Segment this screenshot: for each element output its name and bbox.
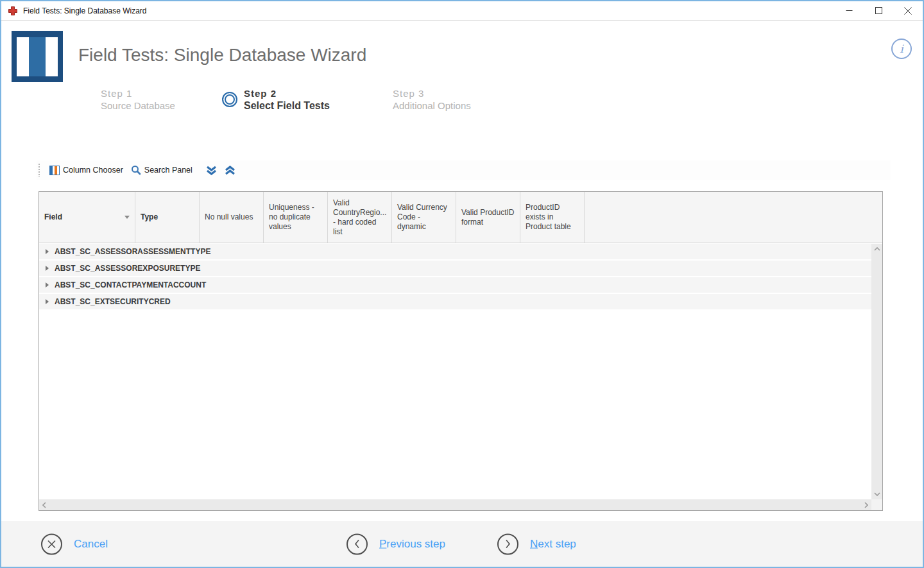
step-label: Select Field Tests <box>244 99 330 112</box>
info-icon-glyph: i <box>900 42 903 55</box>
toolbar-grip-handle[interactable] <box>38 163 40 177</box>
column-header-6[interactable]: Valid ProductID format <box>456 192 520 243</box>
row-label: ABST_SC_ASSESSORASSESSMENTTYPE <box>55 247 210 256</box>
vertical-scrollbar[interactable] <box>871 244 882 499</box>
sort-descending-icon <box>124 216 130 219</box>
search-panel-label: Search Panel <box>144 166 193 175</box>
wizard-footer: Cancel Previous step Next step <box>1 521 923 567</box>
column-header-label: Type <box>141 212 158 222</box>
step-number: Step 3 <box>393 87 471 99</box>
logo-bar <box>29 37 46 76</box>
scroll-down-icon[interactable] <box>874 492 880 496</box>
expand-row-icon[interactable] <box>46 282 49 288</box>
scroll-up-icon[interactable] <box>874 247 880 251</box>
scrollbar-corner <box>871 499 882 510</box>
logo-bar <box>46 37 58 76</box>
table-row[interactable]: ABST_SC_ASSESSORASSESSMENTTYPE <box>39 244 871 259</box>
grid-body: ABST_SC_ASSESSORASSESSMENTTYPEABST_SC_AS… <box>39 244 871 499</box>
step-label: Additional Options <box>393 99 471 112</box>
column-header-1[interactable]: Type <box>135 192 200 243</box>
column-header-label: Valid ProductID format <box>461 208 515 227</box>
column-header-label: Field <box>44 212 62 222</box>
maximize-button[interactable] <box>864 1 893 20</box>
page-title: Field Tests: Single Database Wizard <box>78 45 366 65</box>
title-bar: Field Tests: Single Database Wizard <box>1 1 923 21</box>
expand-row-icon[interactable] <box>46 266 49 271</box>
close-button[interactable] <box>893 1 923 20</box>
next-step-button[interactable]: Next step <box>497 533 576 555</box>
row-label: ABST_SC_EXTSECURITYCRED <box>55 297 171 306</box>
previous-step-label: Previous step <box>379 538 445 551</box>
table-row[interactable]: ABST_SC_CONTACTPAYMENTACCOUNT <box>39 277 871 293</box>
search-panel-button[interactable]: Search Panel <box>127 163 196 177</box>
step-number: Step 2 <box>244 87 330 99</box>
column-header-label: Valid CountryRegio... - hard coded list <box>333 198 386 237</box>
step-1-source-database[interactable]: Step 1 Source Database <box>101 87 175 112</box>
previous-step-button[interactable]: Previous step <box>346 533 445 555</box>
window-title: Field Tests: Single Database Wizard <box>23 6 147 15</box>
horizontal-scrollbar[interactable] <box>39 499 871 510</box>
info-icon[interactable]: i <box>891 39 912 59</box>
column-header-0[interactable]: Field <box>39 192 135 243</box>
cancel-label: Cancel <box>74 538 108 551</box>
step-2-select-field-tests[interactable]: Step 2 Select Field Tests <box>244 87 330 112</box>
column-chooser-button[interactable]: Column Chooser <box>46 164 127 177</box>
row-label: ABST_SC_CONTACTPAYMENTACCOUNT <box>55 280 206 289</box>
expand-row-icon[interactable] <box>46 299 49 304</box>
column-header-label: ProductID exists in Product table <box>526 203 579 232</box>
column-header-2[interactable]: No null values <box>200 192 264 243</box>
column-header-3[interactable]: Uniqueness - no duplicate values <box>264 192 328 243</box>
expand-row-icon[interactable] <box>46 249 49 254</box>
column-header-5[interactable]: Valid Currency Code - dynamic <box>392 192 456 243</box>
app-logo <box>12 31 63 82</box>
scroll-left-icon[interactable] <box>42 502 46 508</box>
logo-bar <box>17 37 29 76</box>
grid-header: FieldTypeNo null valuesUniqueness - no d… <box>39 192 882 243</box>
search-icon <box>131 165 141 175</box>
step-number: Step 1 <box>101 87 175 99</box>
row-label: ABST_SC_ASSESSOREXPOSURETYPE <box>55 264 200 273</box>
minimize-button[interactable] <box>834 1 864 20</box>
column-header-label: No null values <box>205 212 253 222</box>
window-controls <box>834 1 923 20</box>
column-chooser-label: Column Chooser <box>63 166 123 175</box>
column-header-7[interactable]: ProductID exists in Product table <box>520 192 585 243</box>
scroll-right-icon[interactable] <box>864 502 868 508</box>
chevron-left-icon <box>346 533 368 555</box>
app-cross-icon <box>8 6 18 16</box>
app-window: Field Tests: Single Database Wizard Fiel… <box>0 0 924 568</box>
grid-toolbar: Column Chooser Search Panel <box>37 160 891 180</box>
chevron-right-icon <box>497 533 518 555</box>
column-chooser-icon <box>49 166 60 175</box>
column-header-label: Valid Currency Code - dynamic <box>397 203 450 232</box>
active-step-circle-icon <box>222 92 237 107</box>
column-header-label: Uniqueness - no duplicate values <box>269 203 322 232</box>
field-tests-grid: FieldTypeNo null valuesUniqueness - no d… <box>38 191 883 511</box>
cancel-button[interactable]: Cancel <box>41 533 108 555</box>
chevron-double-down-icon[interactable] <box>204 164 219 176</box>
grid-header-filler <box>585 192 882 243</box>
step-3-additional-options[interactable]: Step 3 Additional Options <box>393 87 471 112</box>
column-header-4[interactable]: Valid CountryRegio... - hard coded list <box>328 192 392 243</box>
table-row[interactable]: ABST_SC_ASSESSOREXPOSURETYPE <box>39 261 871 276</box>
chevron-double-up-icon[interactable] <box>223 164 237 176</box>
next-step-label: Next step <box>530 538 576 551</box>
cancel-x-icon <box>41 533 62 555</box>
step-label: Source Database <box>101 99 175 112</box>
table-row[interactable]: ABST_SC_EXTSECURITYCRED <box>39 294 871 309</box>
